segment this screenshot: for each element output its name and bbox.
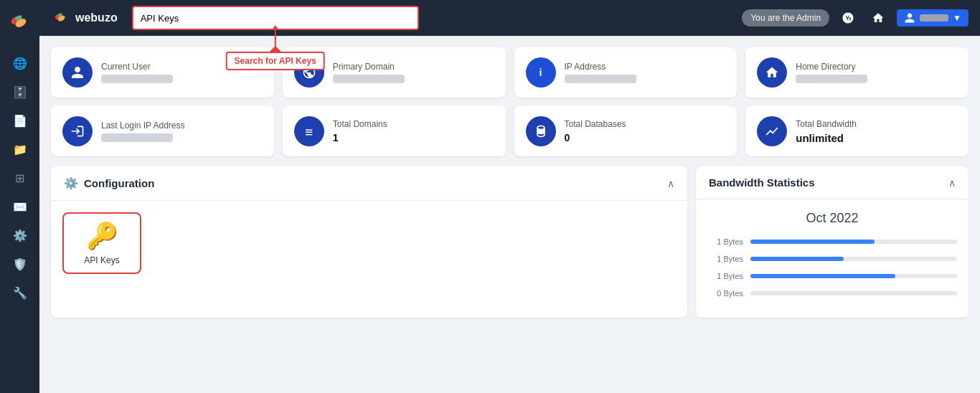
bandwidth-bar-0 (750, 240, 875, 244)
config-gear-icon: ⚙️ (64, 176, 78, 190)
info-cards-row2: Last Login IP Address ≡ Total Domains 1 … (51, 106, 969, 156)
bandwidth-label-2: 1 Bytes (707, 272, 743, 280)
search-callout: Search for API Keys (226, 52, 325, 70)
current-user-label: Current User (101, 62, 173, 72)
total-bandwidth-value: unlimited (796, 132, 867, 144)
config-panel-body: 🔑 API Keys (51, 201, 687, 285)
sidebar-item-settings[interactable]: ⚙️ (7, 222, 33, 248)
bandwidth-body: Oct 2022 1 Bytes 1 Bytes (696, 199, 969, 318)
sidebar-item-mail[interactable]: ✉️ (7, 194, 33, 219)
info-card-last-login-ip: Last Login IP Address (51, 106, 274, 156)
total-domains-content: Total Domains 1 (333, 119, 405, 143)
info-card-total-databases: Total Databases 0 (514, 106, 738, 156)
total-databases-value: 0 (565, 132, 636, 143)
sidebar-item-file[interactable]: 📄 (7, 108, 33, 133)
bandwidth-panel-title-area: Bandwidth Statistics (709, 176, 815, 189)
bandwidth-bar-1 (750, 257, 844, 261)
bandwidth-bar-bg-3 (750, 291, 957, 295)
last-login-ip-icon (62, 116, 93, 146)
home-icon-btn[interactable] (867, 6, 890, 29)
total-databases-icon (526, 116, 556, 146)
bandwidth-panel-title: Bandwidth Statistics (709, 176, 815, 189)
last-login-ip-label: Last Login IP Address (101, 120, 185, 131)
bandwidth-row-2: 1 Bytes (707, 272, 957, 280)
config-panel-header: ⚙️ Configuration ∧ (51, 166, 687, 201)
config-panel-title-area: ⚙️ Configuration (64, 176, 154, 190)
bandwidth-month: Oct 2022 (707, 211, 957, 226)
bandwidth-label-1: 1 Bytes (707, 255, 743, 263)
home-directory-icon (757, 57, 787, 87)
admin-badge: You are the Admin (742, 9, 829, 27)
api-keys-label: API Keys (84, 255, 119, 265)
info-card-total-domains: ≡ Total Domains 1 (283, 106, 506, 156)
user-menu-btn[interactable]: ▼ (897, 9, 969, 27)
topbar-right: You are the Admin ▼ (742, 6, 969, 29)
total-bandwidth-label: Total Bandwidth (796, 119, 867, 129)
total-databases-label: Total Databases (565, 119, 636, 129)
bandwidth-panel: Bandwidth Statistics ∧ Oct 2022 1 Bytes … (696, 166, 969, 318)
current-user-value (101, 75, 173, 83)
bottom-section: ⚙️ Configuration ∧ 🔑 API Keys (51, 166, 969, 318)
primary-domain-content: Primary Domain (333, 62, 405, 83)
current-user-content: Current User (101, 62, 173, 83)
bandwidth-bar-bg-2 (750, 274, 957, 278)
config-collapse-icon[interactable]: ∧ (667, 178, 674, 189)
page-area: Current User Primary Domain i IP Address (39, 36, 980, 393)
sidebar-item-database[interactable]: 🗄️ (7, 79, 33, 105)
ip-address-content: IP Address (565, 62, 636, 83)
total-bandwidth-content: Total Bandwidth unlimited (796, 119, 867, 144)
topbar: webuzo Search for API Keys You are the A… (39, 0, 980, 36)
total-domains-value: 1 (333, 132, 405, 143)
total-domains-label: Total Domains (333, 119, 405, 129)
user-dropdown-arrow: ▼ (953, 13, 961, 23)
bandwidth-label-3: 0 Bytes (707, 289, 743, 298)
primary-domain-value (333, 75, 405, 83)
ip-address-label: IP Address (565, 62, 636, 72)
bandwidth-bar-2 (750, 274, 895, 278)
current-user-icon (62, 57, 93, 87)
bandwidth-bar-bg-0 (750, 240, 957, 244)
last-login-ip-value (101, 133, 173, 142)
bandwidth-bar-bg-1 (750, 257, 957, 261)
home-directory-value (796, 75, 867, 83)
sidebar-item-globe[interactable]: 🌐 (7, 50, 33, 76)
bandwidth-collapse-icon[interactable]: ∧ (948, 177, 956, 189)
config-panel: ⚙️ Configuration ∧ 🔑 API Keys (51, 166, 687, 318)
home-directory-label: Home Directory (796, 62, 867, 72)
bandwidth-panel-header: Bandwidth Statistics ∧ (696, 166, 969, 199)
webuzo-logo[interactable] (5, 7, 35, 37)
info-card-home-directory: Home Directory (745, 47, 969, 98)
bandwidth-row-3: 0 Bytes (707, 289, 957, 298)
info-card-ip-address: i IP Address (514, 47, 738, 98)
last-login-ip-content: Last Login IP Address (101, 120, 185, 142)
sidebar-item-wrench[interactable]: 🔧 (7, 280, 33, 306)
api-keys-icon: 🔑 (86, 221, 118, 251)
bandwidth-row-0: 1 Bytes (707, 237, 957, 246)
ip-address-icon: i (526, 57, 556, 87)
info-cards-row1: Current User Primary Domain i IP Address (51, 47, 969, 98)
app-title: webuzo (75, 11, 118, 24)
sidebar-item-folder[interactable]: 📁 (7, 136, 33, 162)
total-databases-content: Total Databases 0 (565, 119, 636, 143)
config-panel-title: Configuration (84, 177, 154, 189)
sidebar: 🌐 🗄️ 📄 📁 ⊞ ✉️ ⚙️ 🛡️ 🔧 (0, 0, 39, 393)
total-bandwidth-icon (757, 116, 787, 146)
sidebar-item-shield[interactable]: 🛡️ (7, 251, 33, 277)
bandwidth-label-0: 1 Bytes (707, 237, 743, 246)
main-content: webuzo Search for API Keys You are the A… (39, 0, 980, 393)
total-domains-icon: ≡ (294, 116, 324, 146)
home-directory-content: Home Directory (796, 62, 867, 83)
sidebar-item-grid[interactable]: ⊞ (7, 165, 33, 191)
ip-address-value (565, 75, 636, 83)
primary-domain-label: Primary Domain (333, 62, 405, 72)
info-card-total-bandwidth: Total Bandwidth unlimited (745, 106, 969, 156)
api-keys-card[interactable]: 🔑 API Keys (62, 212, 141, 274)
wordpress-icon-btn[interactable] (837, 6, 859, 29)
search-container: Search for API Keys (132, 6, 419, 30)
bandwidth-row-1: 1 Bytes (707, 255, 957, 263)
user-label (920, 14, 948, 22)
